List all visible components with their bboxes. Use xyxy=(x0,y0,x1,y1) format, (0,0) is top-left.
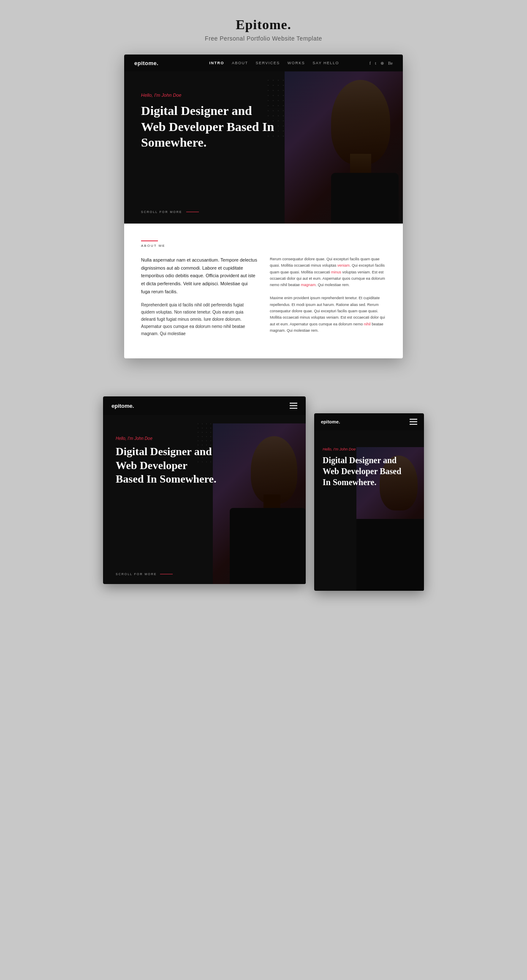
desktop-nav-logo[interactable]: epitome. xyxy=(134,60,158,66)
tablet-person-body xyxy=(230,508,306,584)
tablet-preview: epitome. document.write(Array(80).fill('… xyxy=(103,396,306,584)
nav-link-services[interactable]: SERVICES xyxy=(255,61,280,65)
highlight-3: magnam xyxy=(301,283,316,287)
desktop-preview-wrapper: epitome. INTRO ABOUT SERVICES WORKS SAY … xyxy=(0,55,527,371)
scroll-text: SCROLL FOR MORE xyxy=(141,210,182,213)
desktop-hero: Hello, I'm John Doe Digital Designer and… xyxy=(124,71,403,224)
person-face xyxy=(331,80,390,164)
about-right-p2: Maxime enim provident ipsum reprehenderi… xyxy=(270,295,386,334)
highlight-4: nihil xyxy=(364,322,371,326)
hamburger-line-3 xyxy=(290,408,297,409)
tablet-person-face xyxy=(251,436,297,504)
hero-scroll: SCROLL FOR MORE xyxy=(141,210,199,213)
tablet-nav: epitome. xyxy=(103,396,306,415)
tablet-hero-content: Hello, I'm John Doe Digital Designer and… xyxy=(116,436,217,486)
mobile-hamburger-line-2 xyxy=(410,421,417,422)
about-left-secondary: Reprehenderit quia id facilis nihil odit… xyxy=(141,301,257,337)
hero-image xyxy=(285,71,403,224)
mobile-person-body xyxy=(356,519,424,591)
desktop-nav-links: INTRO ABOUT SERVICES WORKS SAY HELLO xyxy=(209,61,369,65)
hamburger-line-2 xyxy=(290,405,297,406)
about-right: Rerum consequatur dolore quae. Qui excep… xyxy=(270,256,386,343)
tablet-hero: document.write(Array(80).fill('<div clas… xyxy=(103,415,306,584)
scroll-line xyxy=(186,212,199,212)
tablet-scroll-text: SCROLL FOR MORE xyxy=(116,573,157,576)
nav-link-about[interactable]: ABOUT xyxy=(232,61,248,65)
mobile-hero-greeting: Hello, I'm John Doe xyxy=(323,447,407,451)
hamburger-icon-tablet[interactable] xyxy=(290,403,297,409)
highlight-1: veniam xyxy=(337,263,350,268)
mobile-hamburger-line-1 xyxy=(410,419,417,420)
dribbble-icon[interactable]: ⊕ xyxy=(380,61,384,66)
facebook-icon[interactable]: f xyxy=(369,61,371,66)
about-left: Nulla aspernatur nam et accusantium. Tem… xyxy=(141,256,257,343)
mobile-previews-section: epitome. document.write(Array(80).fill('… xyxy=(0,396,527,616)
tablet-hero-title: Digital Designer and Web Developer Based… xyxy=(116,445,217,486)
hamburger-line-1 xyxy=(290,403,297,404)
tablet-scroll: SCROLL FOR MORE xyxy=(116,573,173,576)
about-label-bar xyxy=(141,240,158,241)
mobile-preview: epitome. Hello, I'm John Doe Digital Des… xyxy=(314,413,424,591)
mobile-hero-content: Hello, I'm John Doe Digital Designer and… xyxy=(323,447,407,488)
page-subtitle: Free Personal Portfolio Website Template xyxy=(0,35,527,42)
about-right-p1: Rerum consequatur dolore quae. Qui excep… xyxy=(270,256,386,288)
hamburger-icon-mobile[interactable] xyxy=(410,419,417,425)
nav-link-sayhello[interactable]: SAY HELLO xyxy=(312,61,339,65)
mobile-logo[interactable]: epitome. xyxy=(321,419,340,424)
person-body xyxy=(331,173,399,224)
about-columns: Nulla aspernatur nam et accusantium. Tem… xyxy=(141,256,386,343)
hero-greeting: Hello, I'm John Doe xyxy=(141,93,276,98)
twitter-icon[interactable]: t xyxy=(375,61,376,66)
about-label: ABOUT ME xyxy=(141,244,386,248)
bottom-spacer xyxy=(0,616,527,633)
section-spacer xyxy=(0,371,527,396)
behance-icon[interactable]: Be xyxy=(388,61,393,66)
nav-link-intro[interactable]: INTRO xyxy=(209,61,224,65)
page-header: Epitome. Free Personal Portfolio Website… xyxy=(0,0,527,55)
mobile-hero-title: Digital Designer and Web Developer Based… xyxy=(323,455,407,488)
tablet-hero-image xyxy=(213,423,306,584)
mobile-hero: Hello, I'm John Doe Digital Designer and… xyxy=(314,430,424,591)
nav-link-works[interactable]: WORKS xyxy=(288,61,305,65)
about-left-main: Nulla aspernatur nam et accusantium. Tem… xyxy=(141,256,257,295)
desktop-about: ABOUT ME Nulla aspernatur nam et accusan… xyxy=(124,224,403,358)
hero-title: Digital Designer and Web Developer Based… xyxy=(141,103,276,150)
page-title: Epitome. xyxy=(0,17,527,33)
tablet-logo[interactable]: epitome. xyxy=(111,403,134,409)
hero-content: Hello, I'm John Doe Digital Designer and… xyxy=(141,93,276,159)
highlight-2: minus xyxy=(331,270,341,274)
desktop-nav: epitome. INTRO ABOUT SERVICES WORKS SAY … xyxy=(124,55,403,71)
desktop-nav-social: f t ⊕ Be xyxy=(369,61,393,66)
tablet-hero-greeting: Hello, I'm John Doe xyxy=(116,436,217,441)
tablet-scroll-line xyxy=(160,574,173,574)
mobile-hamburger-line-3 xyxy=(410,424,417,425)
mobile-nav: epitome. xyxy=(314,413,424,430)
desktop-preview: epitome. INTRO ABOUT SERVICES WORKS SAY … xyxy=(124,55,403,358)
